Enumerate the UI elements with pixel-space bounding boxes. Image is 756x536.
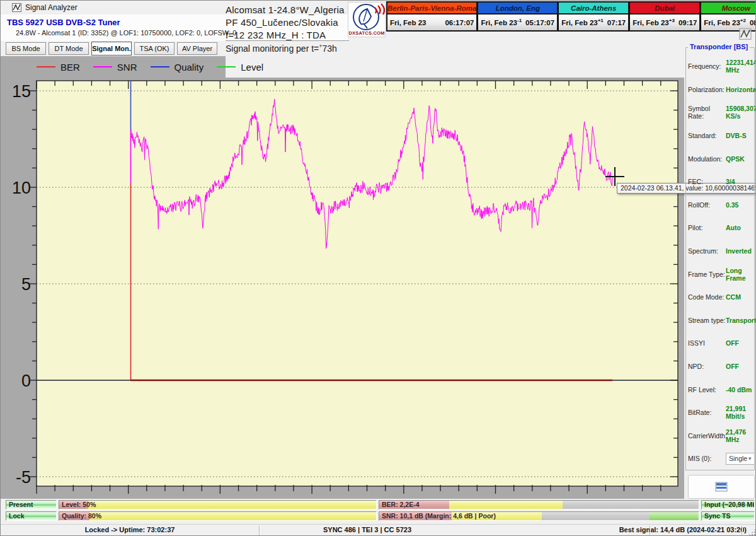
field-label: FEC: [688,178,726,185]
transponder-row-carrierwidth-: CarrierWidth:21,476 MHz [688,424,753,448]
legend-item-quality: Quality [151,62,217,73]
status-best-signal: Best signal: 14,4 dB (2024-02-21 03:20) [619,526,747,533]
field-label: CarrierWidth: [688,432,726,440]
quality-gauge: Quality: 80% [59,511,377,521]
tab-av-player[interactable]: AV Player [177,42,217,55]
transponder-row-pilot-: Pilot:Auto [688,216,753,240]
gauge-segment-gray [563,501,699,509]
svg-text:10: 10 [12,178,31,197]
legend-line-swatch [37,66,55,67]
clock-day: Fri, Feb 23 [561,19,598,26]
sync-ts-indicator: Sync TS [701,511,755,521]
legend-line-swatch [217,66,236,67]
gauge-segment-yellow [449,501,563,509]
gauge-segment-gray [542,512,650,520]
clock-time-row: Fri, Feb 2306:17:07 [387,15,476,30]
signal-analyzer-window: Signal Analyzer TBS 5927 USB DVB-S2 Tune… [0,0,756,536]
field-value: -40 dBm [726,386,752,393]
transponder-row-mis: MIS (0):Single▼ [688,447,753,470]
field-value: Auto [726,224,741,231]
app-icon-small [739,28,752,40]
field-value: 12231,414 MHz [726,59,756,74]
field-value: OFF [726,363,739,370]
tab-bs-mode[interactable]: BS Mode [6,42,46,55]
clock-time-row: Fri, Feb 23+107:17 [559,15,628,30]
field-label: Spectrum: [688,247,726,255]
clock-city: Cairo-Athens [559,3,628,15]
clock-utc-offset: +1 [598,18,604,23]
legend-line-swatch [151,66,169,67]
legend-line-swatch [93,66,112,67]
clock-city: Moscow [701,3,756,15]
clock-time: 08:17 [750,19,756,26]
legend-item-level: Level [217,62,277,73]
legend-label: Level [241,62,263,73]
tab-signal-mon-[interactable]: Signal Mon. [91,42,132,55]
field-value: 3/4 [726,178,735,185]
field-label: RF Level: [688,386,726,393]
clock-cairo-athens: Cairo-AthensFri, Feb 23+107:17 [558,1,629,32]
field-value: 0.35 [726,201,738,209]
clock-berlin-paris-vienna-roma: Berlin-Paris-Vienna-RomaFri, Feb 2306:17… [386,1,478,32]
field-value: Inverted [726,247,752,255]
satellite-header: Alcomsat 1-24.8°W_Algeria PF 450_Lučenec… [226,4,349,42]
clock-day: Fri, Feb 23 [633,19,669,26]
field-label: Pilot: [688,224,726,231]
export-button[interactable] [688,475,755,499]
disk-icon [715,482,728,492]
legend-label: BER [60,62,80,73]
window-title: Signal Analyzer [25,3,77,12]
gauge-segment-green [650,512,699,520]
tab-tsa-ok-[interactable]: TSA (OK) [134,42,175,55]
clock-utc-offset: -1 [517,18,522,23]
present-indicator: Present [6,500,57,510]
clock-day: Fri, Feb 23 [704,19,740,26]
field-label: Stream type: [688,317,726,324]
lock-indicator: Lock [6,511,57,521]
tab-dt-mode[interactable]: DT Mode [49,42,89,55]
chart-legend: BERSNRQualityLevel [1,56,226,78]
field-value: 21,991 Mbit/s [726,405,753,420]
status-uptime: Locked -> Uptime: 73:02:37 [1,526,259,533]
header-divider [226,40,349,41]
legend-item-ber: BER [37,62,93,73]
signal-chart[interactable]: 151050-5 [1,78,684,499]
site-name: PF 450_Lučenec/Slovakia [226,16,349,29]
tab-bar: BS ModeDT ModeSignal Mon.TSA (OK)AV Play… [6,42,217,55]
clock-dubai: DubaiFri, Feb 23+309:17 [629,1,701,32]
mis-dropdown[interactable]: Single▼ [726,453,755,465]
legend-item-snr: SNR [93,62,151,73]
field-label: Symbol Rate: [688,105,726,120]
transponder-row-bitrate-: BitRate:21,991 Mbit/s [688,401,753,424]
field-label: Modulation: [688,155,726,163]
field-value: CCM [726,293,741,301]
field-value: Transport [726,317,756,324]
app-icon [12,3,21,12]
gauge-segment-yellow [89,512,376,520]
clock-time: 07:17 [607,19,626,26]
field-value: Horizontal [726,86,756,93]
transponder-row-issyi: ISSYIOFF [688,332,753,355]
status-sync-counters: SYNC 486 | TEI 3 | CC 5723 [260,526,474,533]
tuner-name: TBS 5927 USB DVB-S2 Tuner [7,18,120,27]
snr-gauge: SNR: 10,1 dB (Margin: 4,6 dB | Poor) [379,511,699,521]
transponder-row-spectrum-: Spectrum:Inverted [688,240,753,263]
field-value: OFF [726,339,739,347]
legend-label: Quality [175,62,204,73]
transponder-title: Transponder [BS] [688,43,750,50]
dxsatcs-logo: DXSATCS.COM [348,2,386,37]
resize-grip[interactable] [748,528,756,536]
clock-utc-offset: +3 [669,18,675,23]
field-value: QPSK [726,155,745,163]
field-label: Frame Type: [688,271,726,278]
clock-city: Berlin-Paris-Vienna-Roma [387,3,476,15]
status-bar: Locked -> Uptime: 73:02:37 SYNC 486 | TE… [1,524,756,536]
transponder-row-polarization-: Polarization:Horizontal [688,78,753,102]
transponder-row-rf-level-: RF Level:-40 dBm [688,378,753,401]
transponder-row-fec-: FEC:3/4 [688,170,753,194]
clock-utc-offset: +2 [740,18,746,23]
dxsatcs-label: DXSATCS.COM [348,30,385,36]
clock-time-row: Fri, Feb 23+309:17 [630,15,699,30]
mis-selected-value: Single [729,455,747,462]
transponder-row-stream-type-: Stream type:Transport [688,309,753,332]
